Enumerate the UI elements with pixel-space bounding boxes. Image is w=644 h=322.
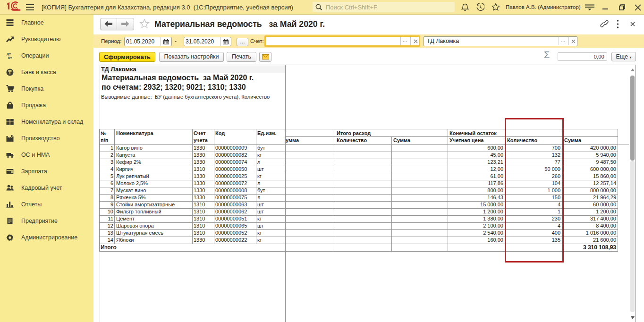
svg-text:Кт: Кт [8,56,12,59]
